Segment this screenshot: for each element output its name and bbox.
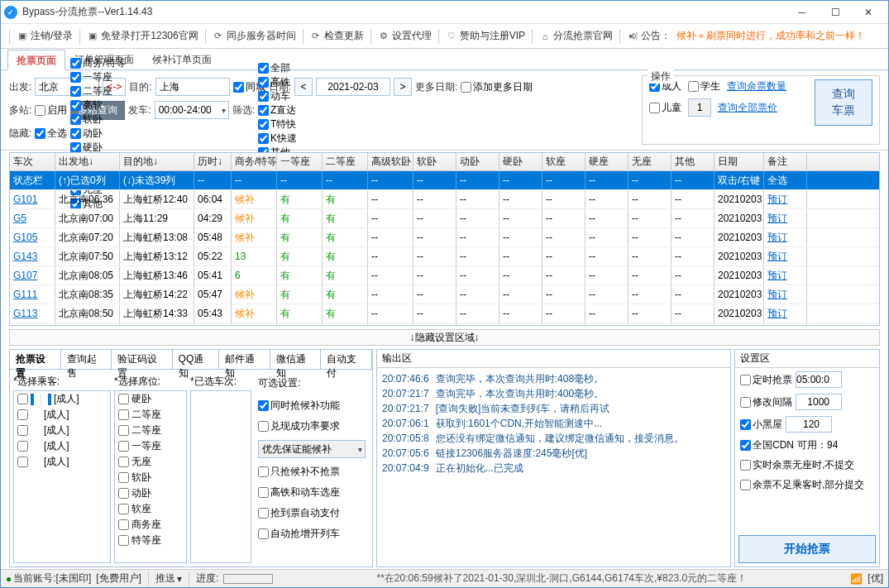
- col-9[interactable]: 动卧: [456, 153, 499, 170]
- login-button[interactable]: ▣注销/登录: [13, 27, 76, 45]
- hide-1[interactable]: 一等座: [70, 70, 125, 84]
- child-count-input[interactable]: [688, 98, 711, 117]
- subtab-4[interactable]: 邮件通知: [219, 350, 270, 369]
- list-item[interactable]: [成人]: [14, 438, 110, 454]
- book-link[interactable]: 预订: [767, 288, 787, 302]
- maximize-button[interactable]: ☐: [819, 1, 852, 24]
- list-item[interactable]: 二等座: [115, 423, 186, 438]
- col-2[interactable]: 目的地↓: [120, 153, 194, 170]
- col-6[interactable]: 二等座: [323, 153, 368, 170]
- col-14[interactable]: 其他: [672, 153, 715, 170]
- child-checkbox[interactable]: 儿童: [649, 101, 681, 115]
- hide-2[interactable]: 二等座: [70, 84, 125, 98]
- train-link[interactable]: G113: [13, 308, 37, 319]
- blackroom-input[interactable]: [786, 416, 832, 433]
- tab-waitlist[interactable]: 候补订单页面: [143, 49, 221, 69]
- table-row[interactable]: G5北京南07:00上海11:2904:29候补有有--------------…: [10, 209, 879, 228]
- proxy-button[interactable]: ⚙设置代理: [375, 27, 435, 45]
- tab-grab[interactable]: 抢票页面: [7, 50, 65, 70]
- book-link[interactable]: 预订: [767, 307, 787, 321]
- push-button[interactable]: 推送 ▾: [155, 571, 182, 586]
- col-11[interactable]: 软座: [542, 153, 585, 170]
- col-13[interactable]: 无座: [629, 153, 672, 170]
- train-link[interactable]: G101: [13, 194, 37, 205]
- col-15[interactable]: 日期: [715, 153, 764, 170]
- cdn-checkbox[interactable]: 全国CDN: [740, 438, 794, 452]
- list-item[interactable]: 无座: [115, 454, 186, 470]
- official-button[interactable]: ⌂分流抢票官网: [536, 27, 616, 45]
- interval-input[interactable]: [796, 394, 842, 410]
- check-all-link[interactable]: 查询全部票价: [718, 101, 777, 115]
- col-16[interactable]: 备注: [764, 153, 807, 170]
- enable-checkbox[interactable]: 启用: [35, 103, 67, 117]
- col-7[interactable]: 高级软卧: [368, 153, 413, 170]
- to-input[interactable]: [155, 78, 230, 96]
- partial-checkbox[interactable]: 余票不足乘客时,部分提交: [740, 478, 864, 492]
- hide-3[interactable]: 高软: [70, 98, 125, 112]
- book-link[interactable]: 预订: [767, 250, 787, 264]
- open-12306-button[interactable]: ▣免登录打开12306官网: [84, 27, 201, 45]
- timed-checkbox[interactable]: 定时抢票: [740, 373, 792, 387]
- passenger-list[interactable]: ██[成人][成人][成人][成人][成人]: [13, 390, 111, 563]
- interval-checkbox[interactable]: 修改间隔: [740, 395, 792, 409]
- opt-3[interactable]: 高铁和动车选座: [258, 485, 366, 500]
- timed-input[interactable]: [796, 371, 842, 388]
- filter-1[interactable]: 高铁: [258, 75, 297, 89]
- train-link[interactable]: G105: [13, 232, 37, 243]
- seat-list[interactable]: 硬卧二等座二等座一等座无座软卧动卧软座商务座特等座: [114, 390, 187, 563]
- hide-0[interactable]: 商务/特等: [70, 56, 125, 70]
- subtab-1[interactable]: 查询起售: [61, 350, 112, 369]
- col-4[interactable]: 商务/特等: [232, 153, 277, 170]
- table-row[interactable]: G113北京南08:50上海虹桥14:3305:43候补有有----------…: [10, 304, 879, 323]
- subtab-0[interactable]: 抢票设置: [10, 350, 61, 369]
- list-item[interactable]: [成人]: [14, 407, 110, 423]
- selected-train-list[interactable]: [190, 390, 251, 563]
- opt-0[interactable]: 同时抢候补功能: [258, 399, 366, 413]
- col-8[interactable]: 软卧: [413, 153, 456, 170]
- list-item[interactable]: 商务座: [115, 517, 186, 533]
- list-item[interactable]: 软座: [115, 501, 186, 517]
- list-item[interactable]: 软卧: [115, 470, 186, 485]
- train-link[interactable]: G111: [13, 289, 37, 300]
- book-link[interactable]: 预订: [767, 212, 787, 226]
- col-12[interactable]: 硬座: [585, 153, 629, 170]
- hide-5[interactable]: 动卧: [70, 127, 125, 141]
- col-5[interactable]: 一等座: [277, 153, 323, 170]
- list-item[interactable]: 硬卧: [115, 391, 186, 407]
- table-row[interactable]: G105北京南07:20上海虹桥13:0805:48候补有有----------…: [10, 228, 879, 247]
- table-row[interactable]: G107北京南08:05上海虹桥13:4605:416有有-----------…: [10, 266, 879, 285]
- table-row[interactable]: G1北京南09:00上海虹桥13:2804:28候补有有------------…: [10, 323, 879, 325]
- filter-4[interactable]: T特快: [258, 117, 297, 131]
- sync-time-button[interactable]: ⟳同步服务器时间: [209, 27, 299, 45]
- subtab-3[interactable]: QQ通知: [173, 350, 219, 369]
- book-link[interactable]: 预订: [767, 231, 787, 245]
- book-link[interactable]: 预订: [767, 269, 787, 283]
- hide-all-checkbox[interactable]: 全选: [35, 127, 67, 141]
- realtime-checkbox[interactable]: 实时余票无座时,不提交: [740, 458, 854, 472]
- table-row[interactable]: G101北京南06:36上海虹桥12:4006:04候补有有----------…: [10, 190, 879, 209]
- list-item[interactable]: 动卧: [115, 485, 186, 501]
- blackroom-checkbox[interactable]: 小黑屋: [740, 418, 782, 432]
- check-update-button[interactable]: ⟳检查更新: [307, 27, 367, 45]
- list-item[interactable]: ██[成人]: [14, 391, 110, 407]
- student-checkbox[interactable]: 学生: [688, 79, 720, 93]
- list-item[interactable]: 特等座: [115, 533, 186, 548]
- hide-4[interactable]: 软卧: [70, 112, 125, 127]
- filter-3[interactable]: Z直达: [258, 103, 297, 117]
- filter-0[interactable]: 全部: [258, 61, 297, 75]
- hide-settings-bar[interactable]: ↓隐藏设置区域↓: [9, 329, 880, 346]
- col-10[interactable]: 硬卧: [499, 153, 542, 170]
- book-link[interactable]: 预订: [767, 193, 787, 207]
- train-link[interactable]: G143: [13, 251, 37, 262]
- add-more-date-checkbox[interactable]: 添加更多日期: [461, 80, 533, 94]
- start-grab-button[interactable]: 开始抢票: [738, 535, 876, 563]
- next-date-button[interactable]: >: [394, 78, 412, 96]
- query-ticket-button[interactable]: 查询 车票: [815, 79, 872, 126]
- opt-2[interactable]: 只抢候补不抢票: [258, 465, 366, 479]
- priority-select[interactable]: 优先保证能候补: [258, 440, 366, 458]
- check-quota-link[interactable]: 查询余票数量: [727, 79, 786, 93]
- subtab-5[interactable]: 微信通知: [270, 350, 322, 369]
- col-1[interactable]: 出发地↓: [55, 153, 120, 170]
- list-item[interactable]: 一等座: [115, 438, 186, 454]
- opt-5[interactable]: 自动抢增开列车: [258, 527, 366, 541]
